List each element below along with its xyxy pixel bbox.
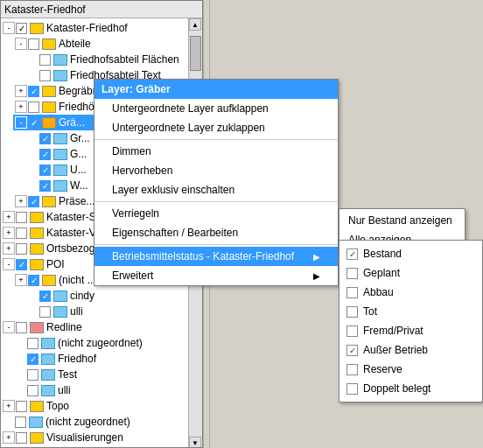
checkbox[interactable] (39, 70, 51, 81)
checkbox[interactable] (16, 322, 27, 333)
layer-icon (41, 354, 55, 365)
expander-icon[interactable]: + (3, 227, 15, 239)
context-menu-item-extended[interactable]: Erweitert ▶ (94, 266, 338, 285)
checkbox[interactable] (28, 38, 39, 50)
submenu-status-geplant[interactable]: Geplant (340, 263, 482, 283)
submenu-status-bestand[interactable]: ✓ Bestand (340, 244, 482, 263)
checkbox[interactable]: ✓ (28, 196, 39, 207)
checkbox[interactable]: ✓ (16, 259, 27, 270)
status-checkbox-ausser-betrieb[interactable]: ✓ (346, 345, 358, 356)
checkbox[interactable] (39, 306, 51, 318)
context-menu-item-status[interactable]: Betriebsmittelstatus - Kataster-Friedhof… (94, 247, 338, 266)
item-label: Visualisierungen (46, 431, 123, 444)
checkbox[interactable] (16, 243, 27, 255)
folder-icon (42, 275, 56, 286)
context-menu-item-dim[interactable]: Dimmen (94, 142, 338, 161)
list-item[interactable]: ✓ cindy (25, 288, 202, 304)
checkbox[interactable] (16, 432, 27, 444)
status-checkbox-fremd[interactable] (346, 326, 358, 337)
layer-icon (53, 306, 67, 318)
menu-separator (94, 139, 338, 140)
submenu-status-fremd[interactable]: Fremd/Privat (340, 321, 482, 340)
list-item[interactable]: ulli (13, 382, 202, 398)
checkbox[interactable]: ✓ (28, 117, 39, 129)
menu-item-label: Eigenschaften / Bearbeiten (112, 227, 238, 239)
checkbox[interactable] (15, 416, 26, 428)
expander-icon[interactable]: + (15, 101, 27, 113)
list-item[interactable]: ulli (25, 304, 202, 319)
expander-icon[interactable]: + (3, 431, 15, 444)
expander-icon[interactable]: + (15, 85, 27, 97)
submenu-item-nur-bestand[interactable]: Nur Bestand anzeigen (340, 211, 465, 230)
list-item[interactable]: (nicht zugeordnet) (1, 414, 202, 430)
status-checkbox-doppelt[interactable] (346, 383, 358, 395)
list-item[interactable]: + Topo (1, 398, 202, 414)
submenu-status-abbau[interactable]: Abbau (340, 283, 482, 302)
checkbox[interactable]: ✓ (39, 180, 51, 192)
layer-icon (53, 70, 67, 81)
checkbox[interactable] (28, 102, 39, 113)
checkbox[interactable]: ✓ (16, 23, 27, 34)
status-checkbox-bestand[interactable]: ✓ (346, 248, 358, 260)
checkbox[interactable]: ✓ (28, 86, 39, 97)
context-menu-item-exclusive[interactable]: Layer exklusiv einschalten (94, 180, 338, 200)
list-item[interactable]: - Redline (1, 319, 202, 335)
item-label: Präse... (59, 195, 94, 207)
menu-item-label: Untergeordnete Layer zuklappen (112, 122, 265, 134)
checkbox[interactable]: ✓ (39, 133, 51, 144)
layer-icon (41, 385, 55, 396)
expander-icon[interactable]: + (15, 274, 27, 286)
checkbox[interactable]: ✓ (39, 149, 51, 160)
context-menu-item-highlight[interactable]: Hervorheben (94, 161, 338, 180)
list-item[interactable]: + Visualisierungen (1, 430, 202, 445)
submenu-status-options: ✓ Bestand Geplant Abbau Tot Fremd/Privat… (339, 240, 483, 402)
expander-icon[interactable]: - (15, 38, 27, 50)
status-label: Reserve (363, 363, 402, 375)
list-item[interactable]: Friedhofsabteil Flächen (25, 52, 202, 67)
context-menu-item-collapse[interactable]: Untergeordnete Layer zuklappen (94, 118, 338, 137)
list-item[interactable]: - ✓ Kataster-Friedhof (1, 20, 202, 36)
submenu-status-reserve[interactable]: Reserve (340, 360, 482, 379)
submenu-status-doppelt[interactable]: Doppelt belegt (340, 379, 482, 398)
scroll-down-button[interactable]: ▼ (189, 437, 201, 448)
expander-icon[interactable]: + (3, 211, 15, 223)
checkbox[interactable] (27, 338, 38, 349)
menu-separator (94, 201, 338, 202)
list-item[interactable]: - Abteile (13, 36, 202, 52)
submenu-status-tot[interactable]: Tot (340, 302, 482, 321)
expander-icon[interactable]: + (15, 195, 27, 207)
status-checkbox-geplant[interactable] (346, 268, 358, 279)
checkbox[interactable]: ✓ (39, 290, 51, 302)
status-checkbox-reserve[interactable] (346, 364, 358, 375)
context-menu-item-expand[interactable]: Untergeordnete Layer aufklappen (94, 99, 338, 118)
item-label: Abteile (59, 38, 91, 50)
checkbox[interactable] (16, 228, 27, 239)
list-item[interactable]: Test (13, 367, 202, 382)
expander-space (27, 305, 39, 318)
expander-icon[interactable]: + (3, 400, 15, 412)
expander-icon[interactable]: - (3, 22, 15, 34)
expander-icon[interactable]: + (3, 242, 15, 255)
list-item[interactable]: ✓ Friedhof (13, 351, 202, 367)
checkbox[interactable]: ✓ (28, 275, 39, 286)
status-checkbox-tot[interactable] (346, 306, 358, 318)
expander-icon[interactable]: - (3, 258, 15, 270)
checkbox[interactable]: ✓ (39, 164, 51, 176)
list-item[interactable]: (nicht zugeordnet) (13, 335, 202, 351)
checkbox[interactable] (16, 401, 27, 412)
expander-icon[interactable]: - (15, 116, 27, 129)
submenu-arrow-icon: ▶ (313, 271, 320, 281)
checkbox[interactable] (27, 385, 38, 396)
checkbox[interactable] (27, 369, 38, 381)
checkbox[interactable] (39, 54, 51, 66)
scroll-up-button[interactable]: ▲ (189, 18, 201, 31)
expander-icon[interactable]: - (3, 321, 15, 333)
checkbox[interactable] (16, 212, 27, 223)
checkbox[interactable]: ✓ (27, 354, 38, 365)
menu-item-label: Erweitert (112, 270, 153, 282)
scrollbar-thumb[interactable] (190, 36, 201, 71)
submenu-status-ausser-betrieb[interactable]: ✓ Außer Betrieb (340, 340, 482, 360)
context-menu-item-lock[interactable]: Verriegeln (94, 204, 338, 223)
context-menu-item-properties[interactable]: Eigenschaften / Bearbeiten (94, 223, 338, 242)
status-checkbox-abbau[interactable] (346, 287, 358, 298)
